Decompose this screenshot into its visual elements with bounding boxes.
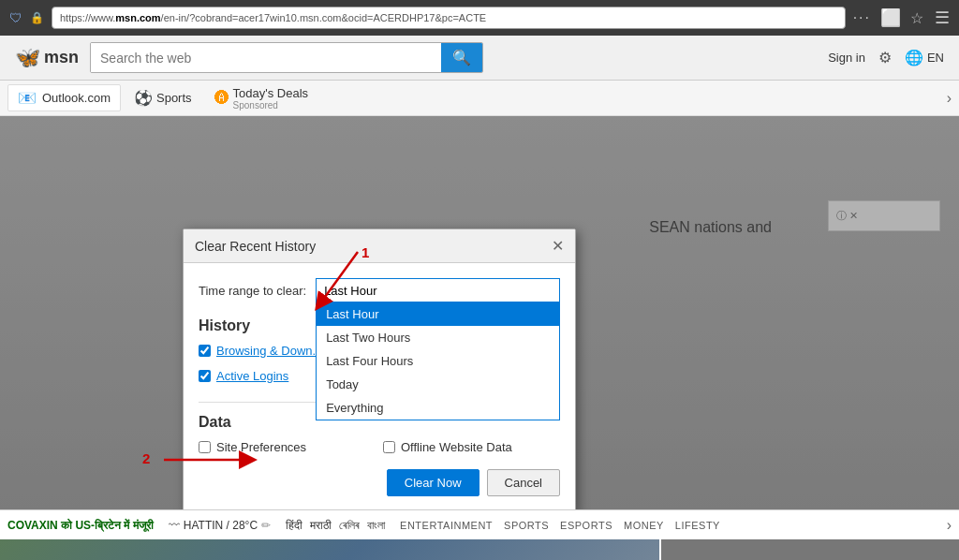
- deals-label: Today's Deals: [233, 86, 309, 100]
- clear-history-dialog: Clear Recent History ✕ Time range to cle…: [183, 228, 576, 509]
- bottom-bar: COVAXIN को US-ब्रिटेन में मंजूरी 〰 HATTI…: [0, 509, 959, 539]
- lock-icon: 🔒: [30, 11, 44, 24]
- checkbox-active-logins-label: Active Logins: [216, 369, 288, 383]
- dropdown-item-today[interactable]: Today: [317, 373, 559, 396]
- sports-label: Sports: [156, 91, 192, 105]
- weather-widget: 〰 HATTIN / 28°C ✏: [169, 519, 271, 532]
- nav-sports[interactable]: SPORTS: [504, 520, 549, 531]
- nav-item-deals[interactable]: 🅐 Today's Deals Sponsored: [205, 82, 318, 114]
- checkbox-offline-data: Offline Website Data: [383, 440, 560, 454]
- cancel-button[interactable]: Cancel: [487, 469, 560, 496]
- checkbox-offline-data-input[interactable]: [383, 441, 395, 453]
- more-options-icon[interactable]: ···: [853, 9, 871, 26]
- msn-bird-icon: 🦋: [15, 46, 40, 70]
- nav-item-sports[interactable]: ⚽ Sports: [125, 85, 201, 111]
- nav-lifestyle[interactable]: LIFESTY: [675, 520, 720, 531]
- lang-marathi[interactable]: मराठी: [310, 519, 332, 532]
- lang-hindi[interactable]: हिंदी: [286, 519, 302, 532]
- time-range-label: Time range to clear:: [199, 284, 306, 298]
- weather-icon: 〰: [169, 519, 180, 532]
- language-button[interactable]: 🌐 EN: [905, 49, 944, 66]
- nav-item-outlook[interactable]: 📧 Outlook.com: [7, 84, 121, 111]
- image-strip: [0, 539, 959, 560]
- dropdown-item-last-four-hours[interactable]: Last Four Hours: [317, 349, 559, 373]
- weather-text: HATTIN / 28°C: [184, 519, 258, 532]
- dialog-buttons: Clear Now Cancel: [199, 469, 560, 496]
- address-bar[interactable]: https://www.msn.com/en-in/?cobrand=acer1…: [52, 7, 846, 29]
- msn-text: msn: [44, 48, 79, 67]
- lang-text: EN: [927, 51, 944, 65]
- time-range-row: Time range to clear: Last Hour Last Two …: [199, 278, 560, 302]
- time-range-select[interactable]: Last Hour Last Two Hours Last Four Hours…: [316, 278, 560, 302]
- browser-toolbar-icons: ··· ⬜ ☆: [853, 7, 923, 28]
- toolbar-right: Sign in ⚙ 🌐 EN: [828, 49, 944, 66]
- search-button[interactable]: 🔍: [441, 43, 482, 72]
- dialog-title-bar: Clear Recent History ✕: [184, 229, 575, 263]
- toolbar: 🦋 msn 🔍 Sign in ⚙ 🌐 EN: [0, 36, 959, 81]
- edit-icon[interactable]: ✏: [261, 519, 271, 532]
- lang-assamese[interactable]: ৰেলিৰ: [339, 519, 360, 532]
- checkbox-site-prefs: Site Preferences: [199, 440, 376, 454]
- lang-bengali[interactable]: বাংলা: [367, 519, 385, 532]
- outlook-label: Outlook.com: [42, 91, 111, 105]
- image-left: [0, 539, 659, 560]
- checkbox-browsing-input[interactable]: [199, 345, 211, 357]
- deals-icon: 🅐: [214, 90, 229, 107]
- dropdown-item-last-two-hours[interactable]: Last Two Hours: [317, 326, 559, 349]
- nav-esports[interactable]: ESPORTS: [560, 520, 612, 531]
- dropdown-item-everything[interactable]: Everything: [317, 396, 559, 420]
- bottom-nav-links: ENTERTAINMENT SPORTS ESPORTS MONEY LIFES…: [400, 520, 720, 531]
- dropdown-list: Last Hour Last Two Hours Last Four Hours…: [316, 302, 560, 420]
- outlook-icon: 📧: [18, 89, 37, 107]
- bottom-nav-arrow[interactable]: ›: [947, 517, 952, 534]
- gear-icon[interactable]: ⚙: [878, 49, 892, 66]
- checkbox-site-prefs-label: Site Preferences: [216, 440, 306, 454]
- time-range-select-container: Last Hour Last Two Hours Last Four Hours…: [316, 278, 560, 302]
- dropdown-item-last-hour[interactable]: Last Hour: [317, 302, 559, 326]
- news-item[interactable]: COVAXIN को US-ब्रिटेन में मंजूरी: [7, 519, 154, 532]
- dialog-close-button[interactable]: ✕: [552, 237, 564, 255]
- language-links: हिंदी मराठी ৰেলিৰ বাংলা: [286, 519, 385, 532]
- url-text: https://www.msn.com/en-in/?cobrand=acer1…: [60, 12, 486, 23]
- checkbox-browsing-label: Browsing & Down...: [216, 344, 322, 358]
- dialog-body: Time range to clear: Last Hour Last Two …: [184, 263, 575, 509]
- nav-bar: 📧 Outlook.com ⚽ Sports 🅐 Today's Deals S…: [0, 81, 959, 116]
- browser-chrome: 🛡 🔒 https://www.msn.com/en-in/?cobrand=a…: [0, 0, 959, 36]
- nav-money[interactable]: MONEY: [624, 520, 664, 531]
- dialog-title: Clear Recent History: [195, 239, 316, 254]
- search-container: 🔍: [90, 42, 483, 73]
- bookmark-icon[interactable]: ☆: [910, 9, 923, 27]
- sports-icon: ⚽: [134, 89, 153, 107]
- msn-logo: 🦋 msn: [15, 46, 79, 70]
- menu-icon[interactable]: ☰: [935, 7, 950, 28]
- search-input[interactable]: [91, 43, 441, 72]
- nav-arrow-right[interactable]: ›: [947, 90, 952, 107]
- nav-entertainment[interactable]: ENTERTAINMENT: [400, 520, 493, 531]
- shield-icon: 🛡: [9, 10, 22, 25]
- sign-in-link[interactable]: Sign in: [828, 51, 865, 65]
- pocket-icon[interactable]: ⬜: [880, 7, 901, 28]
- image-right: [659, 539, 959, 560]
- globe-icon: 🌐: [905, 49, 923, 66]
- checkbox-active-logins-input[interactable]: [199, 370, 211, 382]
- checkbox-offline-data-label: Offline Website Data: [401, 440, 512, 454]
- main-content-area: SEAN nations and ⓘ ✕ Open Clear Recent H…: [0, 116, 959, 509]
- checkbox-site-prefs-input[interactable]: [199, 441, 211, 453]
- clear-now-button[interactable]: Clear Now: [387, 469, 480, 496]
- deals-sub-label: Sponsored: [233, 100, 309, 111]
